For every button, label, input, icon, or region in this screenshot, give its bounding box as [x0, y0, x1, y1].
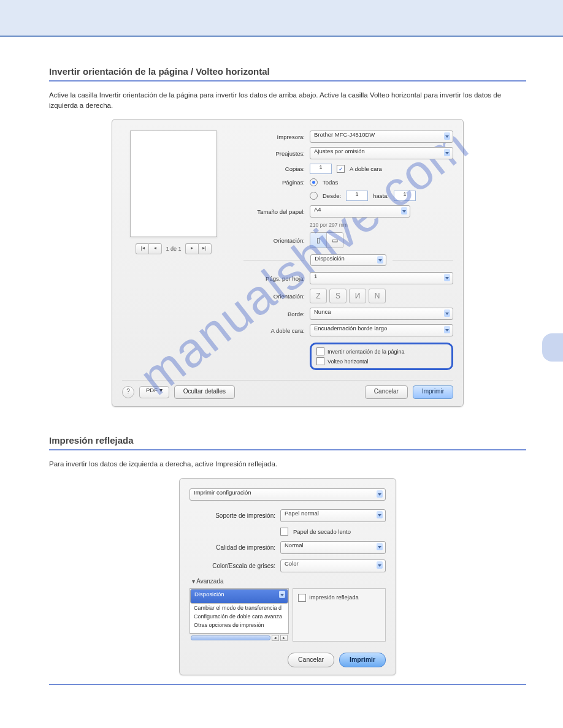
- select-calidad[interactable]: Normal: [280, 541, 386, 554]
- list-item[interactable]: Configuración de doble cara avanza: [190, 612, 288, 621]
- print-button[interactable]: Imprimir: [413, 385, 453, 399]
- checkbox-volteo[interactable]: [316, 357, 324, 365]
- header-band: [0, 0, 563, 37]
- select-section[interactable]: Disposición: [310, 254, 386, 266]
- select-tamano[interactable]: A4: [310, 205, 410, 218]
- layout-direction-group: Z S И N: [310, 289, 386, 303]
- label-doble-cara-chk: A doble cara: [350, 165, 382, 172]
- label-paginas: Páginas:: [236, 179, 305, 186]
- label-doble-cara: A doble cara:: [236, 327, 305, 334]
- section1-heading: Invertir orientación de la página / Volt…: [49, 66, 526, 77]
- checkbox-doble-cara[interactable]: [337, 165, 345, 173]
- label-invertir: Invertir orientación de la página: [327, 349, 405, 355]
- label-todas: Todas: [323, 179, 338, 186]
- hide-details-button[interactable]: Ocultar detalles: [174, 385, 235, 399]
- pager-next-icon[interactable]: ▸: [185, 243, 198, 254]
- dialog2-footer: Cancelar Imprimir: [190, 653, 386, 667]
- label-soporte: Soporte de impresión:: [190, 512, 275, 519]
- pdf-button[interactable]: PDF ▾: [139, 386, 169, 398]
- section1-rule: [49, 80, 526, 82]
- print-config-dialog: Imprimir configuración Soporte de impres…: [179, 478, 396, 675]
- label-hasta: hasta:: [373, 192, 389, 199]
- select-impresora[interactable]: Brother MFC-J4510DW: [310, 131, 453, 143]
- list-item[interactable]: Cambiar el modo de transferencia d: [190, 604, 288, 612]
- checkbox-secado[interactable]: [280, 528, 288, 536]
- select-soporte[interactable]: Papel normal: [280, 509, 386, 522]
- checkbox-invertir[interactable]: [316, 347, 324, 355]
- label-desde: Desde:: [323, 192, 341, 199]
- preview-sheet: [130, 131, 217, 237]
- list-scrollbar[interactable]: ◂ ▸: [190, 634, 289, 642]
- label-borde: Borde:: [236, 311, 305, 317]
- select-doble-cara[interactable]: Encuadernación borde largo: [310, 324, 453, 336]
- cancel-button-2[interactable]: Cancelar: [288, 653, 334, 667]
- radio-todas[interactable]: [310, 178, 318, 186]
- label-pags-hoja: Págs. por hoja:: [236, 275, 305, 282]
- page-body: Invertir orientación de la página / Volt…: [0, 37, 563, 685]
- section2-rule: [49, 449, 526, 450]
- label-orientacion2: Orientación:: [236, 293, 305, 300]
- label-volteo: Volteo horizontal: [327, 358, 369, 365]
- select-preajustes[interactable]: Ajustes por omisión: [310, 147, 453, 159]
- pager-prev-icon[interactable]: ◂: [148, 243, 162, 254]
- advanced-listbox[interactable]: Disposición Cambiar el modo de transfere…: [190, 588, 289, 634]
- cancel-button[interactable]: Cancelar: [365, 385, 408, 399]
- section1-para: Active la casilla Invertir orientación d…: [49, 90, 526, 110]
- select-borde[interactable]: Nunca: [310, 308, 453, 320]
- preview-column: |◂ ◂ 1 de 1 ▸ ▸|: [122, 131, 225, 370]
- layout-dir-1-icon[interactable]: Z: [310, 289, 327, 303]
- select-pags-hoja[interactable]: 1: [310, 272, 453, 284]
- input-copias[interactable]: 1: [310, 164, 332, 174]
- list-item[interactable]: Disposición: [190, 589, 288, 604]
- advanced-panel: Impresión reflejada: [293, 588, 386, 642]
- label-copias: Copias:: [236, 165, 305, 172]
- print-dialog: |◂ ◂ 1 de 1 ▸ ▸| Impresora: Brother MFC-…: [112, 119, 464, 407]
- select-color[interactable]: Color: [280, 559, 386, 572]
- scroll-right-icon[interactable]: ▸: [280, 635, 288, 641]
- layout-dir-3-icon[interactable]: И: [349, 289, 366, 303]
- print-button-2[interactable]: Imprimir: [339, 653, 386, 667]
- input-desde[interactable]: 1: [346, 191, 368, 201]
- label-calidad: Calidad de impresión:: [190, 544, 275, 551]
- side-tab: [542, 333, 563, 362]
- pager-label: 1 de 1: [166, 246, 181, 252]
- advanced-listbox-wrapper: Disposición Cambiar el modo de transfere…: [190, 588, 289, 642]
- orientation-portrait-icon[interactable]: ▯: [310, 233, 326, 248]
- label-impresora: Impresora:: [236, 134, 305, 140]
- label-color: Color/Escala de grises:: [190, 563, 275, 569]
- pager: |◂ ◂ 1 de 1 ▸ ▸|: [136, 243, 211, 254]
- layout-dir-4-icon[interactable]: N: [369, 289, 386, 303]
- form-column: Impresora: Brother MFC-J4510DW Preajuste…: [236, 131, 453, 370]
- scrollbar-thumb[interactable]: [191, 635, 270, 640]
- label-secado: Papel de secado lento: [293, 528, 351, 535]
- label-reflejada: Impresión reflejada: [309, 594, 359, 601]
- label-orientacion: Orientación:: [236, 237, 305, 244]
- orientation-toggle[interactable]: ▯ ▭: [310, 232, 343, 248]
- layout-dir-2-icon[interactable]: S: [329, 289, 347, 303]
- checkbox-reflejada[interactable]: [298, 594, 306, 602]
- pager-first-icon[interactable]: |◂: [136, 243, 148, 254]
- page: { "watermark": "manualshive.com", "secti…: [0, 0, 563, 728]
- advanced-disclosure[interactable]: Avanzada: [192, 578, 386, 585]
- scroll-left-icon[interactable]: ◂: [272, 635, 279, 641]
- radio-desde[interactable]: [310, 192, 318, 200]
- label-preajustes: Preajustes:: [236, 150, 305, 157]
- pager-last-icon[interactable]: ▸|: [198, 243, 212, 254]
- help-button[interactable]: ?: [122, 386, 134, 398]
- dialog1-footer: ? PDF ▾ Ocultar detalles Cancelar Imprim…: [122, 380, 453, 399]
- section2-para: Para invertir los datos de izquierda a d…: [49, 459, 526, 469]
- label-tamano-sub: 210 por 297 mm: [310, 222, 453, 228]
- end-rule: [49, 684, 526, 685]
- list-item[interactable]: Otras opciones de impresión: [190, 621, 288, 629]
- orientation-landscape-icon[interactable]: ▭: [326, 233, 343, 248]
- highlighted-options: Invertir orientación de la página Volteo…: [310, 343, 453, 370]
- section2-heading: Impresión reflejada: [49, 435, 526, 446]
- select-print-config[interactable]: Imprimir configuración: [190, 488, 386, 501]
- input-hasta[interactable]: 1: [394, 191, 416, 201]
- label-tamano: Tamaño del papel:: [236, 208, 305, 215]
